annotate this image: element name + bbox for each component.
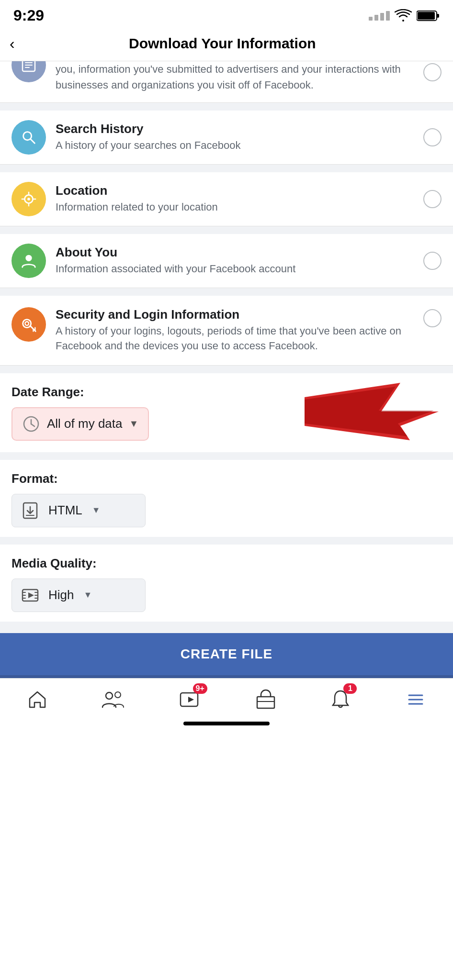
nav-item-watch[interactable]: 9+: [170, 686, 210, 713]
security-login-desc: A history of your logins, logouts, perio…: [56, 324, 414, 354]
status-time: 9:29: [13, 7, 44, 24]
search-history-desc: A history of your searches on Facebook: [56, 138, 414, 153]
location-title: Location: [56, 183, 414, 198]
partial-item: you, information you've submitted to adv…: [0, 61, 453, 103]
home-icon: [26, 688, 49, 711]
security-icon-circle: [11, 307, 46, 342]
create-file-button[interactable]: CREATE FILE: [0, 633, 453, 675]
nav-item-menu[interactable]: [396, 686, 435, 713]
film-icon: [20, 585, 41, 606]
search-history-icon-circle: [11, 120, 46, 155]
about-you-text: About You Information associated with yo…: [56, 245, 414, 277]
section-divider-2: [0, 165, 453, 172]
section-divider-7: [0, 537, 453, 545]
svg-point-38: [115, 692, 121, 698]
date-range-label: Date Range:: [11, 385, 442, 400]
about-you-icon-circle: [11, 244, 46, 278]
location-icon: [20, 190, 38, 208]
marketplace-icon: [254, 688, 277, 711]
location-radio[interactable]: [423, 190, 442, 208]
section-divider-8: [0, 622, 453, 633]
format-label: Format:: [11, 471, 442, 486]
date-range-section: Date Range: All of my data ▼: [0, 373, 453, 452]
signal-icon: [369, 11, 390, 21]
date-range-value: All of my data: [47, 416, 123, 431]
date-range-control[interactable]: All of my data ▼: [11, 407, 149, 441]
section-divider-6: [0, 452, 453, 460]
search-history-title: Search History: [56, 122, 414, 136]
about-you-desc: Information associated with your Faceboo…: [56, 262, 414, 277]
about-you-title: About You: [56, 245, 414, 260]
file-download-icon: [20, 500, 41, 521]
list-item-location: Location Information related to your loc…: [0, 172, 453, 226]
notifications-badge: 1: [343, 683, 357, 694]
status-bar: 9:29: [0, 0, 453, 28]
nav-item-friends[interactable]: [93, 686, 133, 713]
search-icon: [20, 128, 38, 146]
list-item-about-you: About You Information associated with yo…: [0, 234, 453, 288]
friends-icon: [101, 688, 125, 711]
section-divider-3: [0, 226, 453, 234]
search-history-radio[interactable]: [423, 128, 442, 146]
security-login-title: Security and Login Information: [56, 307, 414, 322]
media-quality-dropdown-arrow: ▼: [83, 590, 92, 600]
svg-line-23: [31, 424, 34, 426]
clock-icon: [22, 415, 40, 433]
back-button[interactable]: ‹: [10, 34, 21, 53]
svg-marker-40: [188, 697, 194, 702]
location-icon-circle: [11, 182, 46, 216]
page-title: Download Your Information: [21, 35, 424, 52]
key-icon: [20, 315, 38, 334]
svg-rect-2: [418, 12, 435, 20]
watch-badge: 9+: [193, 683, 207, 694]
svg-rect-1: [437, 14, 439, 18]
security-login-radio[interactable]: [423, 309, 442, 327]
svg-point-37: [106, 692, 113, 699]
media-quality-control[interactable]: High ▼: [11, 579, 146, 612]
security-login-text: Security and Login Information A history…: [56, 307, 414, 354]
svg-rect-41: [257, 697, 274, 708]
nav-item-marketplace[interactable]: [247, 686, 285, 713]
media-quality-label: Media Quality:: [11, 556, 442, 571]
format-section: Format: HTML ▼: [0, 460, 453, 537]
list-item-search-history: Search History A history of your searche…: [0, 111, 453, 165]
nav-item-notifications[interactable]: 1: [321, 686, 360, 713]
partial-item-text: you, information you've submitted to adv…: [56, 61, 414, 93]
section-divider-1: [0, 103, 453, 111]
nav-item-home[interactable]: [18, 686, 57, 713]
date-range-dropdown-arrow: ▼: [129, 418, 139, 429]
svg-line-8: [31, 139, 35, 144]
bottom-nav: 9+ 1: [0, 678, 453, 717]
svg-marker-30: [28, 592, 34, 598]
svg-point-17: [25, 322, 29, 325]
partial-item-radio[interactable]: [423, 63, 442, 81]
format-value: HTML: [48, 503, 82, 518]
svg-point-15: [25, 255, 32, 261]
format-dropdown-arrow: ▼: [92, 505, 101, 515]
menu-icon: [404, 688, 427, 711]
location-text: Location Information related to your loc…: [56, 183, 414, 215]
battery-icon: [417, 10, 440, 22]
about-you-radio[interactable]: [423, 252, 442, 270]
page-header: ‹ Download Your Information: [0, 28, 453, 61]
search-history-text: Search History A history of your searche…: [56, 122, 414, 153]
media-quality-value: High: [48, 588, 74, 602]
section-divider-5: [0, 366, 453, 373]
svg-point-10: [27, 198, 30, 200]
home-indicator: [183, 722, 270, 725]
wifi-icon: [395, 9, 412, 22]
section-divider-4: [0, 288, 453, 296]
format-control[interactable]: HTML ▼: [11, 494, 146, 527]
person-icon: [20, 252, 38, 270]
media-quality-section: Media Quality: High ▼: [0, 545, 453, 622]
location-desc: Information related to your location: [56, 200, 414, 215]
list-item-security-login: Security and Login Information A history…: [0, 296, 453, 366]
status-icons: [369, 9, 440, 22]
